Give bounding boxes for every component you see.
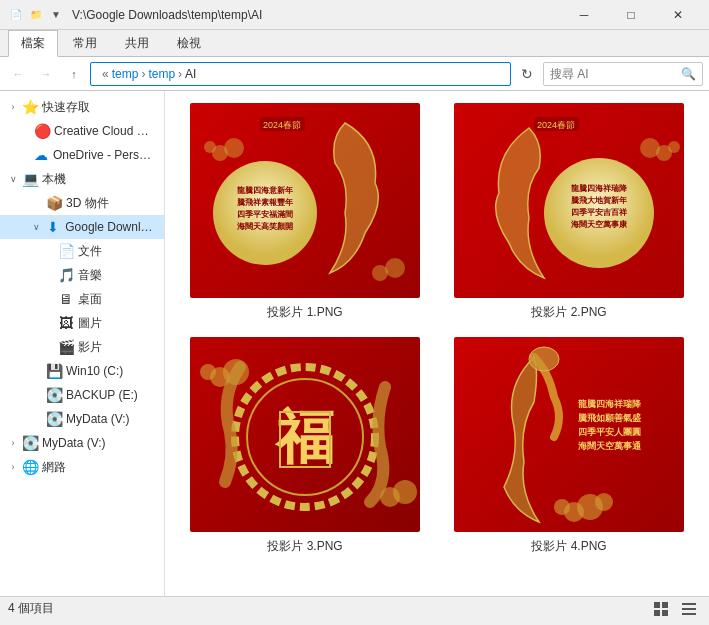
sidebar-label-this-pc: 本機 — [42, 171, 66, 188]
up-button[interactable]: ↑ — [62, 62, 86, 86]
videos-icon: 🎬 — [58, 339, 74, 355]
svg-text:龍騰四海意新年: 龍騰四海意新年 — [237, 185, 293, 195]
titlebar: 📄 📁 ▼ V:\Google Downloads\temp\temp\AI ─… — [0, 0, 709, 30]
svg-text:2024春節: 2024春節 — [263, 120, 301, 130]
network-icon: 🌐 — [22, 459, 38, 475]
sidebar-label-mydata: MyData (V:) — [66, 412, 130, 426]
sidebar-item-win10[interactable]: › 💾 Win10 (C:) — [0, 359, 164, 383]
file-name-1: 投影片 1.PNG — [267, 304, 342, 321]
file-thumb-2: 龍騰四海祥瑞降 騰飛大地賀新年 四季平安吉百祥 海闊天空萬事康 2024春節 — [454, 103, 684, 298]
file-item-2[interactable]: 龍騰四海祥瑞降 騰飛大地賀新年 四季平安吉百祥 海闊天空萬事康 2024春節 投… — [445, 103, 693, 321]
address-sep1: « — [102, 67, 109, 81]
tab-view[interactable]: 檢視 — [164, 30, 214, 56]
expand-arrow-quick-access: › — [8, 102, 18, 112]
svg-text:騰飛祥素報豐年: 騰飛祥素報豐年 — [237, 197, 293, 207]
svg-text:福: 福 — [274, 404, 334, 469]
onedrive-icon: ☁ — [33, 147, 49, 163]
tab-home[interactable]: 常用 — [60, 30, 110, 56]
sidebar-label-mydata-v2: MyData (V:) — [42, 436, 106, 450]
sidebar-label-desktop: 桌面 — [78, 291, 102, 308]
file-item-1[interactable]: 龍騰四海意新年 騰飛祥素報豐年 四季平安福滿間 海闊天高笑顏開 2024春節 — [181, 103, 429, 321]
expand-arrow-mydata: › — [8, 438, 18, 448]
view-grid-button[interactable] — [649, 597, 673, 621]
sidebar-item-music[interactable]: › 🎵 音樂 — [0, 263, 164, 287]
sidebar-item-documents[interactable]: › 📄 文件 — [0, 239, 164, 263]
back-button[interactable]: ← — [6, 62, 30, 86]
tab-files[interactable]: 檔案 — [8, 30, 58, 57]
sidebar-item-pictures[interactable]: › 🖼 圖片 — [0, 311, 164, 335]
file-item-4[interactable]: 龍騰四海祥瑞降 騰飛如願善氣盛 四季平安人團圓 海闊天空萬事通 投影片 4. — [445, 337, 693, 555]
titlebar-icons: 📄 📁 ▼ — [8, 7, 64, 23]
svg-rect-46 — [682, 613, 696, 615]
svg-text:四季平安吉百祥: 四季平安吉百祥 — [571, 207, 628, 217]
refresh-button[interactable]: ↻ — [515, 62, 539, 86]
sidebar-item-google-downloads[interactable]: ∨ ⬇ Google Downloa... — [0, 215, 164, 239]
minimize-button[interactable]: ─ — [561, 0, 607, 30]
address-crumb-temp2[interactable]: temp — [148, 67, 175, 81]
svg-point-21 — [668, 141, 680, 153]
sidebar-item-mydata-v2[interactable]: › 💽 MyData (V:) — [0, 431, 164, 455]
view-list-button[interactable] — [677, 597, 701, 621]
sidebar-item-network[interactable]: › 🌐 網路 — [0, 455, 164, 479]
sidebar-label-google: Google Downloa... — [65, 220, 156, 234]
svg-point-11 — [385, 258, 405, 278]
search-input[interactable] — [550, 67, 681, 81]
svg-text:2024春節: 2024春節 — [537, 120, 575, 130]
svg-rect-44 — [682, 603, 696, 605]
statusbar: 4 個項目 — [0, 596, 709, 620]
svg-rect-41 — [662, 602, 668, 608]
pictures-icon: 🖼 — [58, 315, 74, 331]
svg-rect-45 — [682, 608, 696, 610]
sidebar-label-backup: BACKUP (E:) — [66, 388, 138, 402]
sidebar: › ⭐ 快速存取 › 🔴 Creative Cloud File › ☁ One… — [0, 91, 165, 596]
svg-text:龍騰四海祥瑞降: 龍騰四海祥瑞降 — [571, 183, 628, 193]
forward-button[interactable]: → — [34, 62, 58, 86]
svg-text:海闊天高笑顏開: 海闊天高笑顏開 — [237, 221, 293, 231]
sidebar-item-quick-access[interactable]: › ⭐ 快速存取 — [0, 95, 164, 119]
sidebar-label-documents: 文件 — [78, 243, 102, 260]
tab-share[interactable]: 共用 — [112, 30, 162, 56]
address-box[interactable]: « temp › temp › AI — [90, 62, 511, 86]
address-current: AI — [185, 67, 196, 81]
file-thumb-1: 龍騰四海意新年 騰飛祥素報豐年 四季平安福滿間 海闊天高笑顏開 2024春節 — [190, 103, 420, 298]
sidebar-item-backup[interactable]: › 💽 BACKUP (E:) — [0, 383, 164, 407]
sidebar-item-desktop[interactable]: › 🖥 桌面 — [0, 287, 164, 311]
ribbon-tabs: 檔案 常用 共用 檢視 — [0, 30, 709, 56]
sidebar-label-quick-access: 快速存取 — [42, 99, 90, 116]
sidebar-label-creative-cloud: Creative Cloud File — [54, 124, 156, 138]
search-icon: 🔍 — [681, 67, 696, 81]
sidebar-item-videos[interactable]: › 🎬 影片 — [0, 335, 164, 359]
file-thumb-4: 龍騰四海祥瑞降 騰飛如願善氣盛 四季平安人團圓 海闊天空萬事通 — [454, 337, 684, 532]
sidebar-item-creative-cloud[interactable]: › 🔴 Creative Cloud File — [0, 119, 164, 143]
expand-arrow-this-pc: ∨ — [8, 174, 18, 184]
address-crumb-temp1[interactable]: temp — [112, 67, 139, 81]
address-arrow1: › — [141, 67, 145, 81]
maximize-button[interactable]: □ — [608, 0, 654, 30]
sidebar-label-network: 網路 — [42, 459, 66, 476]
desktop-icon: 🖥 — [58, 291, 74, 307]
file-item-3[interactable]: 福 投影片 3.PNG — [181, 337, 429, 555]
creative-cloud-icon: 🔴 — [34, 123, 50, 139]
svg-text:龍騰四海祥瑞降: 龍騰四海祥瑞降 — [578, 399, 642, 409]
drive-v-icon: 💽 — [46, 411, 62, 427]
address-arrow2: › — [178, 67, 182, 81]
titlebar-menu-icon: ▼ — [48, 7, 64, 23]
sidebar-item-this-pc[interactable]: ∨ 💻 本機 — [0, 167, 164, 191]
sidebar-item-mydata[interactable]: › 💽 MyData (V:) — [0, 407, 164, 431]
drive-v2-icon: 💽 — [22, 435, 38, 451]
star-icon: ⭐ — [22, 99, 38, 115]
sidebar-item-onedrive[interactable]: › ☁ OneDrive - Persona... — [0, 143, 164, 167]
svg-text:海闊天空萬事康: 海闊天空萬事康 — [571, 219, 628, 229]
statusbar-view-controls — [649, 597, 701, 621]
close-button[interactable]: ✕ — [655, 0, 701, 30]
svg-point-8 — [224, 138, 244, 158]
sidebar-label-win10: Win10 (C:) — [66, 364, 123, 378]
status-item-count: 4 個項目 — [8, 600, 54, 617]
svg-point-9 — [204, 141, 216, 153]
ribbon: 檔案 常用 共用 檢視 — [0, 30, 709, 57]
computer-icon: 💻 — [22, 171, 38, 187]
search-box[interactable]: 🔍 — [543, 62, 703, 86]
svg-point-28 — [200, 364, 216, 380]
file-name-3: 投影片 3.PNG — [267, 538, 342, 555]
sidebar-item-3d-objects[interactable]: › 📦 3D 物件 — [0, 191, 164, 215]
